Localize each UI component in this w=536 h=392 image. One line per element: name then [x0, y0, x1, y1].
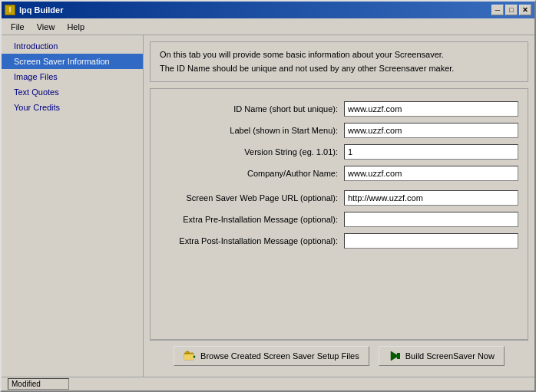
- version-input[interactable]: [344, 144, 518, 160]
- label-label: Label (shown in Start Menu):: [160, 126, 344, 135]
- menu-file[interactable]: File: [5, 21, 31, 33]
- status-bar: Modified: [2, 377, 534, 390]
- pre-install-input[interactable]: [344, 212, 518, 227]
- info-box: On this tab you will provide some basic …: [150, 41, 528, 82]
- minimize-button[interactable]: ─: [491, 5, 504, 15]
- id-name-input[interactable]: [344, 101, 518, 117]
- menu-help[interactable]: Help: [61, 21, 91, 33]
- form-area: ID Name (short but unique): Label (shown…: [150, 88, 528, 340]
- company-row: Company/Author Name:: [160, 166, 518, 181]
- build-label: Build ScreenSaver Now: [405, 351, 495, 361]
- company-input[interactable]: [344, 166, 518, 181]
- pre-install-label: Extra Pre-Installation Message (optional…: [160, 215, 344, 224]
- post-install-label: Extra Post-Installation Message (optiona…: [160, 236, 344, 245]
- sidebar-item-screensaver-info[interactable]: Screen Saver Information: [2, 54, 143, 69]
- svg-rect-1: [184, 354, 194, 360]
- info-line-1: On this tab you will provide some basic …: [160, 48, 518, 62]
- sidebar-item-your-credits[interactable]: Your Credits: [2, 100, 143, 115]
- content-area: On this tab you will provide some basic …: [144, 35, 534, 377]
- build-icon: [389, 350, 401, 362]
- url-row: Screen Saver Web Page URL (optional):: [160, 190, 518, 206]
- svg-rect-6: [397, 353, 400, 359]
- browse-button[interactable]: Browse Created Screen Saver Setup Files: [174, 346, 369, 366]
- menu-bar: File View Help: [2, 18, 534, 35]
- url-label: Screen Saver Web Page URL (optional):: [160, 193, 344, 203]
- title-bar: l lpq Builder ─ □ ✕: [2, 2, 534, 18]
- status-text: Modified: [8, 378, 69, 390]
- main-content: Introduction Screen Saver Information Im…: [2, 35, 534, 377]
- main-window: l lpq Builder ─ □ ✕ File View Help Intro…: [0, 0, 536, 392]
- post-install-input[interactable]: [344, 233, 518, 249]
- build-button[interactable]: Build ScreenSaver Now: [379, 346, 505, 366]
- post-install-row: Extra Post-Installation Message (optiona…: [160, 233, 518, 249]
- company-label: Company/Author Name:: [160, 169, 344, 178]
- info-line-2: The ID Name should be unique and not use…: [160, 62, 518, 76]
- sidebar-item-image-files[interactable]: Image Files: [2, 69, 143, 84]
- browse-label: Browse Created Screen Saver Setup Files: [200, 351, 359, 361]
- label-row: Label (shown in Start Menu):: [160, 123, 518, 138]
- sidebar-item-introduction[interactable]: Introduction: [2, 38, 143, 54]
- version-row: Version String (eg. 1.01):: [160, 144, 518, 160]
- close-button[interactable]: ✕: [519, 5, 531, 15]
- label-input[interactable]: [344, 123, 518, 138]
- sidebar-item-text-quotes[interactable]: Text Quotes: [2, 84, 143, 100]
- app-icon: l: [5, 5, 15, 15]
- sidebar: Introduction Screen Saver Information Im…: [2, 35, 144, 377]
- maximize-button[interactable]: □: [505, 5, 518, 15]
- browse-icon: [184, 350, 196, 362]
- button-bar: Browse Created Screen Saver Setup Files …: [150, 340, 528, 371]
- window-controls: ─ □ ✕: [491, 5, 531, 15]
- id-name-label: ID Name (short but unique):: [160, 104, 344, 114]
- pre-install-row: Extra Pre-Installation Message (optional…: [160, 212, 518, 227]
- svg-rect-2: [186, 351, 189, 354]
- version-label: Version String (eg. 1.01):: [160, 147, 344, 156]
- menu-view[interactable]: View: [31, 21, 61, 33]
- window-title: lpq Builder: [19, 5, 491, 15]
- url-input[interactable]: [344, 190, 518, 206]
- id-name-row: ID Name (short but unique):: [160, 101, 518, 117]
